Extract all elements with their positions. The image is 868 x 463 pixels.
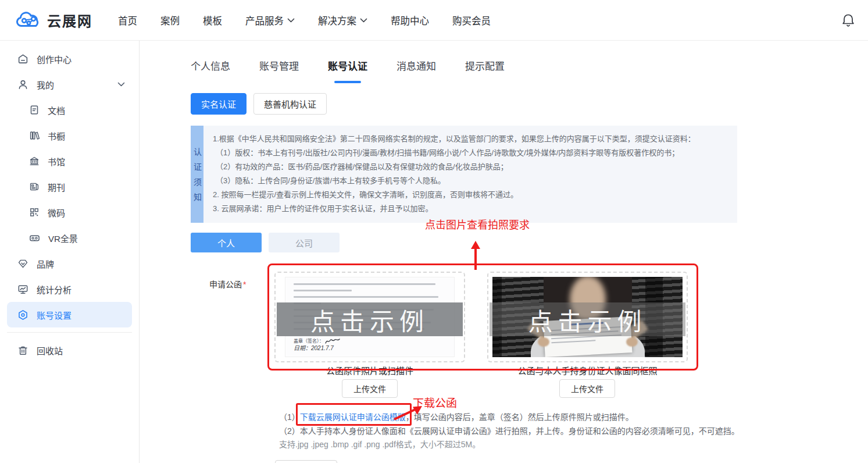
notification-bell-icon[interactable] [841, 13, 855, 28]
nav-products[interactable]: 产品服务 [245, 13, 295, 27]
sidebar-item-recycle-bin[interactable]: 回收站 [0, 337, 139, 363]
logo[interactable]: 云展网 [16, 10, 92, 30]
tab-personal-info[interactable]: 个人信息 [191, 58, 230, 76]
tab-account-management[interactable]: 账号管理 [259, 58, 299, 76]
settings-tabs: 个人信息 账号管理 账号认证 消息通知 提示配置 [191, 58, 505, 76]
main-content: 个人信息 账号管理 账号认证 消息通知 提示配置 实名认证 慈善机构认证 认证须… [140, 41, 868, 463]
tab-account-auth[interactable]: 账号认证 [328, 58, 367, 76]
auth-type-switch: 实名认证 慈善机构认证 [191, 93, 327, 115]
nav-solutions[interactable]: 解决方案 [318, 13, 367, 27]
sidebar-item-docs[interactable]: 文档 [0, 97, 139, 123]
chevron-down-icon [287, 18, 295, 23]
notice-line: 3. 云展网承诺：用户上传的证件仅用于实名认证，并且予以加密。 [213, 202, 728, 216]
click-sample-overlay: 点击示例 [490, 302, 685, 336]
notice-strip-label: 认证须知 [191, 126, 203, 223]
download-letter-annotation: 下载公函 [413, 394, 457, 410]
photo-requirement-annotation: 点击图片查看拍照要求 [412, 216, 543, 232]
sidebar-item-microcode[interactable]: 微码 [0, 200, 139, 225]
notice-line: （1）版权：书本上有刊号/出版社/公司内刊/漫画/教材/扫描书籍/网络小说/个人… [213, 146, 728, 160]
bookshelf-icon [29, 130, 40, 141]
journal-icon [29, 181, 40, 192]
nav-cases[interactable]: 案例 [160, 13, 180, 27]
qr-code-icon [29, 207, 40, 218]
notice-body: 1.根据《中华人民共和国网络安全法》第二十四条网络实名制的规定，以及监管部门的要… [203, 126, 737, 223]
upload-letter-button[interactable]: 上传文件 [342, 379, 398, 398]
required-asterisk: * [243, 280, 246, 289]
subject-type-switch: 个人 公司 [191, 233, 340, 252]
realname-auth-button[interactable]: 实名认证 [191, 93, 247, 115]
sidebar-item-analytics[interactable]: 统计分析 [0, 276, 139, 302]
nav-help-center[interactable]: 帮助中心 [391, 13, 429, 27]
trash-icon [17, 345, 28, 356]
auth-notice-box: 认证须知 1.根据《中华人民共和国网络安全法》第二十四条网络实名制的规定，以及监… [191, 126, 737, 223]
upload-selfie-button[interactable]: 上传文件 [559, 379, 615, 398]
sidebar-item-journals[interactable]: 期刊 [0, 174, 139, 200]
page: 云展网 首页 案例 模板 产品服务 解决方案 帮助中心 购买会员 [0, 0, 868, 463]
notice-line: 1.根据《中华人民共和国网络安全法》第二十四条网络实名制的规定，以及监管部门的要… [213, 132, 728, 146]
notice-line: 2. 按照每一栏提示/查看示例上传相关文件，确保文字清晰，识别度高，否则审核将不… [213, 188, 728, 202]
sample-letter-image[interactable]: 盖章（签名）： 日期：2021.7.7 点击示例 [274, 272, 465, 362]
sidebar-item-bookshelf[interactable]: 书橱 [0, 123, 139, 148]
left-sample-caption: 公函原件照片或扫描件 [274, 364, 465, 376]
library-icon [29, 156, 40, 166]
sidebar-item-mine[interactable]: 我的 [0, 72, 139, 97]
notice-line: （3）隐私：上传合同/身份证/族谱/书本上有较多手机号等个人隐私。 [213, 174, 728, 188]
vr-goggles-icon [29, 233, 40, 244]
submit-button-partial[interactable] [275, 460, 337, 463]
create-center-icon [17, 54, 28, 65]
cloud-logo-icon [16, 10, 42, 30]
charity-auth-button[interactable]: 慈善机构认证 [253, 93, 327, 115]
sample-letter-signature: 盖章（签名）： 日期：2021.7.7 [294, 338, 340, 352]
analytics-icon [17, 284, 28, 295]
sidebar-divider [7, 332, 132, 333]
tab-tip-config[interactable]: 提示配置 [465, 58, 505, 76]
right-sample-caption: 公函与本人手持身份证人像面同框照 [487, 364, 688, 376]
user-icon [17, 79, 28, 90]
sidebar-item-account-settings[interactable]: 账号设置 [7, 302, 132, 327]
download-letter-template-link[interactable]: 下载云展网认证申请公函模版 [300, 412, 406, 422]
settings-gear-icon [17, 309, 28, 320]
logo-text: 云展网 [47, 10, 92, 30]
instruction-line-1: （1）下载云展网认证申请公函模版，填写公函内容后，盖章（签名）然后上传原件照片或… [279, 411, 634, 422]
top-navigation: 首页 案例 模板 产品服务 解决方案 帮助中心 购买会员 [118, 13, 491, 27]
chevron-down-icon [360, 18, 367, 23]
instruction-line-3: 支持.jpg .jpeg .bmp .gif .png .pdf格式，大小不超过… [279, 438, 480, 450]
notice-line: （2）有功效的产品：医书/药品/医疗器械/保健品以及有保健功效的食品/化妆品护肤… [213, 160, 728, 174]
click-sample-overlay: 点击示例 [277, 302, 463, 336]
red-up-arrow [467, 240, 484, 271]
nav-buy-membership[interactable]: 购买会员 [452, 13, 491, 27]
brand-gem-icon [17, 258, 28, 269]
company-subject-button[interactable]: 公司 [269, 233, 340, 252]
document-icon [29, 105, 40, 115]
nav-templates[interactable]: 模板 [203, 13, 222, 27]
letter-field-label: 申请公函* [209, 278, 246, 290]
sidebar-item-brand[interactable]: 品牌 [0, 251, 139, 276]
topbar: 云展网 首页 案例 模板 产品服务 解决方案 帮助中心 购买会员 [0, 0, 868, 41]
chevron-down-icon [117, 82, 125, 87]
sample-selfie-image[interactable]: 点击示例 [487, 272, 688, 362]
sidebar: 创作中心 我的 文档 书橱 书馆 期刊 微码 VR全景 [0, 41, 140, 463]
nav-home[interactable]: 首页 [118, 13, 137, 27]
sidebar-item-create-center[interactable]: 创作中心 [0, 46, 139, 72]
tab-notifications[interactable]: 消息通知 [397, 58, 436, 76]
sidebar-item-vr-panorama[interactable]: VR全景 [0, 225, 139, 251]
instruction-line-2: （2）本人手持本人身份证人像面和《云展网认证申请公函》进行拍照，并上传。身份证和… [279, 425, 740, 436]
sidebar-item-library[interactable]: 书馆 [0, 148, 139, 174]
personal-subject-button[interactable]: 个人 [191, 233, 262, 252]
